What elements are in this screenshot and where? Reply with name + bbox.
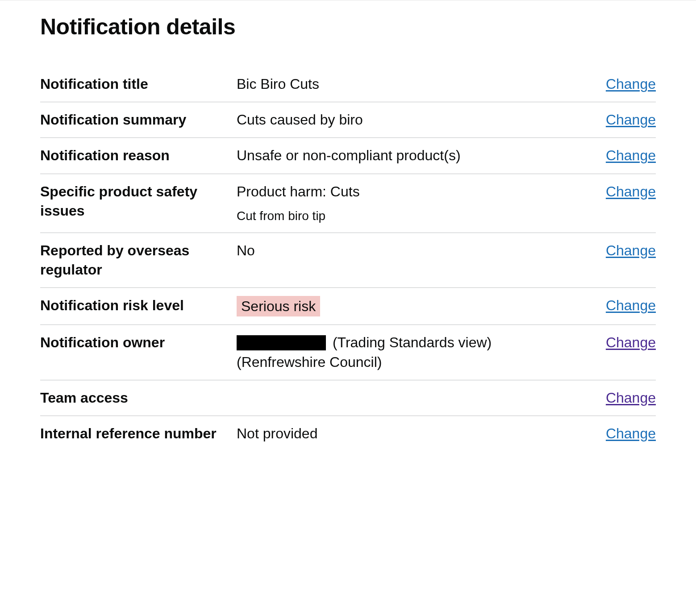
risk-tag: Serious risk xyxy=(237,296,320,316)
row-value: (Trading Standards view) (Renfrewshire C… xyxy=(237,333,606,371)
notification-details-page: Notification details Notification title … xyxy=(0,0,696,451)
row-actions: Change xyxy=(606,241,656,260)
row-actions: Change xyxy=(606,146,656,165)
row-key: Notification summary xyxy=(40,110,237,129)
row-key: Specific product safety issues xyxy=(40,182,237,221)
row-key: Notification title xyxy=(40,75,237,94)
row-risk-level: Notification risk level Serious risk Cha… xyxy=(40,288,656,325)
row-actions: Change xyxy=(606,424,656,443)
row-notification-summary: Notification summary Cuts caused by biro… xyxy=(40,102,656,138)
row-notification-title: Notification title Bic Biro Cuts Change xyxy=(40,67,656,102)
row-key: Notification risk level xyxy=(40,296,237,315)
owner-suffix-1: (Trading Standards view) xyxy=(333,334,492,350)
summary-list: Notification title Bic Biro Cuts Change … xyxy=(40,67,656,451)
row-notification-reason: Notification reason Unsafe or non-compli… xyxy=(40,138,656,174)
row-value: Bic Biro Cuts xyxy=(237,75,606,94)
row-value: No xyxy=(237,241,606,260)
row-value: Unsafe or non-compliant product(s) xyxy=(237,146,606,165)
change-link-issues[interactable]: Change xyxy=(606,183,656,200)
change-link-internal-ref[interactable]: Change xyxy=(606,425,656,441)
owner-suffix-2: (Renfrewshire Council) xyxy=(237,354,382,370)
row-key: Notification owner xyxy=(40,333,237,352)
change-link-reason[interactable]: Change xyxy=(606,147,656,163)
row-safety-issues: Specific product safety issues Product h… xyxy=(40,174,656,233)
row-notification-owner: Notification owner (Trading Standards vi… xyxy=(40,325,656,380)
row-key: Notification reason xyxy=(40,146,237,165)
row-key: Internal reference number xyxy=(40,424,237,443)
row-actions: Change xyxy=(606,333,656,352)
page-title: Notification details xyxy=(40,14,656,40)
row-actions: Change xyxy=(606,388,656,408)
row-team-access: Team access Change xyxy=(40,380,656,416)
change-link-title[interactable]: Change xyxy=(606,76,656,92)
row-value-main: Product harm: Cuts xyxy=(237,183,360,200)
row-key: Team access xyxy=(40,388,237,408)
row-overseas-regulator: Reported by overseas regulator No Change xyxy=(40,233,656,288)
row-value: Not provided xyxy=(237,424,606,443)
redacted-owner-name xyxy=(237,335,326,350)
change-link-summary[interactable]: Change xyxy=(606,112,656,128)
row-value: Cuts caused by biro xyxy=(237,110,606,129)
row-actions: Change xyxy=(606,75,656,94)
row-actions: Change xyxy=(606,182,656,201)
row-value-sub: Cut from biro tip xyxy=(237,208,597,225)
row-actions: Change xyxy=(606,110,656,129)
row-actions: Change xyxy=(606,296,656,315)
change-link-risk[interactable]: Change xyxy=(606,297,656,313)
row-value: Serious risk xyxy=(237,296,606,316)
change-link-owner[interactable]: Change xyxy=(606,334,656,350)
row-internal-reference: Internal reference number Not provided C… xyxy=(40,416,656,451)
change-link-overseas[interactable]: Change xyxy=(606,242,656,258)
row-key: Reported by overseas regulator xyxy=(40,241,237,279)
row-value: Product harm: Cuts Cut from biro tip xyxy=(237,182,606,225)
change-link-team-access[interactable]: Change xyxy=(606,390,656,406)
